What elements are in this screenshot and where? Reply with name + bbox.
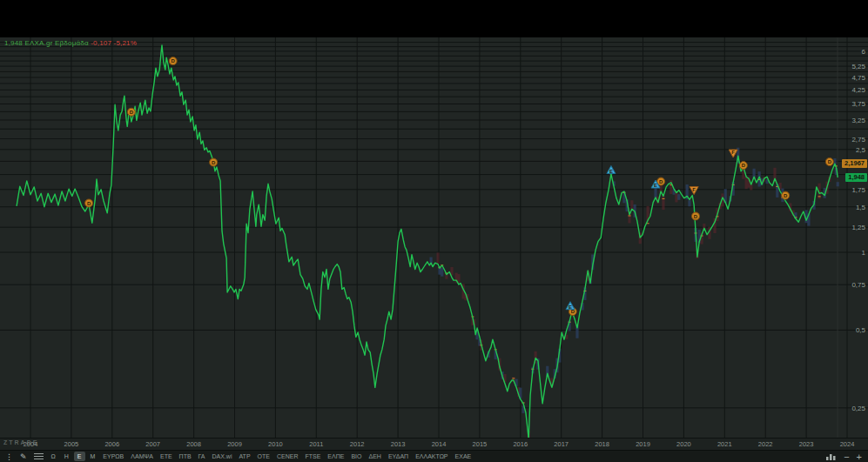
marker-glyph: E [654,183,657,188]
year-axis-label: 2010 [268,440,283,448]
marker-glyph: D [87,201,91,206]
last-price-text: 1,948 [4,39,23,47]
price-axis-label: 4,25 [851,86,865,94]
year-axis-label: 2008 [186,440,201,448]
ticker-tab[interactable]: ΓΑ [196,452,208,461]
year-axis-label: 2007 [145,440,160,448]
indicator-dash [629,215,631,216]
ticker-tab[interactable]: ΑΤΡ [236,452,252,461]
marker-glyph: D [828,159,832,164]
ticker-tab[interactable]: ΟΤΕ [255,452,273,461]
year-axis-label: 2023 [799,440,814,448]
indicator-list-icon[interactable] [34,453,44,459]
weekly-candle [745,177,748,189]
symbol-text: ΕΛΧΑ.gr [24,39,52,47]
weekly-candle [436,252,439,263]
year-axis-label: 2014 [432,440,447,448]
price-axis-label: 3,75 [851,100,865,108]
price-axis-label: 2,5 [856,145,865,153]
last-price-badge: 1,948 [845,173,867,182]
zoom-in-button[interactable]: + [857,452,862,461]
weekly-candle [677,194,680,200]
change-pct-text: -5,21% [114,39,138,47]
menu-kebab-icon[interactable]: ⋮ [3,452,16,462]
indicator-dash [512,378,515,378]
time-axis[interactable]: ZTRADE 200420052006200720082009201020112… [0,438,868,451]
ticker-tab[interactable]: ΕΤΕ [158,452,175,461]
trading-app-window: DDDDDDDDDDEEEFF 1,948 ΕΛΧΑ.gr Εβδομάδα -… [0,0,868,462]
weekly-candle [662,195,664,210]
ticker-tabs: ΕΥΡΩΒΛΑΜΨΑΕΤΕΠΤΒΓΑDAX.wiΑΤΡΟΤΕCENERFTSEΕ… [100,452,474,461]
year-axis-label: 2013 [391,440,406,448]
timeframe-buttons: ΩΗΕΜ [48,452,99,461]
chart-legend-line: 1,948 ΕΛΧΑ.gr Εβδομάδα -0,107 -5,21% [4,39,137,47]
indicator-dash [662,198,664,199]
ticker-tab[interactable]: ΕΛΠΕ [325,452,347,461]
marker-glyph: D [659,179,663,184]
year-axis-label: 2018 [595,440,609,448]
marker-glyph: D [130,110,134,115]
marker-glyph: F [692,187,696,192]
price-axis-label: 6 [862,47,865,55]
price-axis-label: 0,5 [856,326,865,334]
price-axis-label: 1 [862,249,865,257]
price-axis-label: 0,75 [851,281,865,289]
volume-bars-icon[interactable] [826,452,837,460]
ticker-tab[interactable]: FTSE [302,452,323,461]
year-axis-label: 2017 [554,440,569,448]
marker-glyph: D [172,58,176,64]
price-axis-label: 1,25 [851,224,865,231]
price-chart-canvas[interactable]: DDDDDDDDDDEEEFF [0,37,868,438]
year-axis-label: 2011 [309,440,323,448]
chart-area[interactable]: DDDDDDDDDDEEEFF 1,948 ΕΛΧΑ.gr Εβδομάδα -… [0,37,868,438]
year-axis-label: 2024 [840,440,855,448]
ticker-tab[interactable]: ΛΑΜΨΑ [128,452,156,461]
draw-pencil-icon[interactable]: ✎ [17,452,30,462]
year-axis-label: 2020 [676,440,691,448]
year-axis-label: 2009 [227,440,242,448]
price-axis-label: 4,75 [851,73,865,81]
year-axis-label: 2015 [473,440,488,448]
change-text: -0,107 [91,39,111,47]
timeframe-button-Ε[interactable]: Ε [74,452,85,461]
timeframe-button-Μ[interactable]: Μ [87,452,99,461]
year-axis-label: 2004 [24,440,38,448]
marker-glyph: D [694,214,698,219]
ticker-tab[interactable]: ΔΕΗ [367,452,384,461]
marker-glyph: D [742,163,746,168]
indicator-dash [818,196,821,197]
year-axis-label: 2022 [758,440,773,448]
year-axis-label: 2016 [513,440,528,448]
marker-glyph: D [212,160,216,165]
year-axis-label: 2006 [104,440,119,448]
ticker-tab[interactable]: CENER [274,452,301,461]
zoom-out-button[interactable]: − [844,452,849,461]
timeframe-text: Εβδομάδα [55,39,89,47]
timeframe-button-Η[interactable]: Η [61,452,72,461]
marker-glyph: E [569,305,572,310]
price-axis-label: 5,25 [851,63,865,70]
marker-glyph: E [609,169,613,174]
weekly-candle [675,192,677,203]
ticker-tab[interactable]: ΕΥΔΑΠ [386,452,411,461]
price-axis-label: 0,25 [851,404,865,412]
indicator-price-badge: 2,1967 [842,159,867,168]
ticker-tab[interactable]: ΕΧΑΕ [453,452,474,461]
marker-glyph: D [784,193,788,198]
year-axis-label: 2019 [636,440,650,448]
price-axis-label: 3,25 [851,116,865,124]
ticker-tab[interactable]: ΠΤΒ [177,452,194,461]
year-axis-label: 2021 [717,440,732,448]
ticker-tab[interactable]: ΕΥΡΩΒ [100,452,126,461]
ticker-tab[interactable]: ΕΛΛΑΚΤΩΡ [413,452,450,461]
weekly-candle [750,184,752,191]
bottom-toolbar: ⋮ ✎ ΩΗΕΜ ΕΥΡΩΒΛΑΜΨΑΕΤΕΠΤΒΓΑDAX.wiΑΤΡΟΤΕC… [0,450,868,462]
ticker-tab[interactable]: DAX.wi [210,452,235,461]
ticker-tab[interactable]: ΒΙΟ [348,452,364,461]
year-axis-label: 2012 [350,440,365,448]
weekly-candle [441,268,443,277]
weekly-candle [688,200,690,206]
price-axis-label: 1,75 [851,185,865,193]
timeframe-button-Ω[interactable]: Ω [48,452,59,461]
chart-zoom-controls: − + [826,452,865,461]
